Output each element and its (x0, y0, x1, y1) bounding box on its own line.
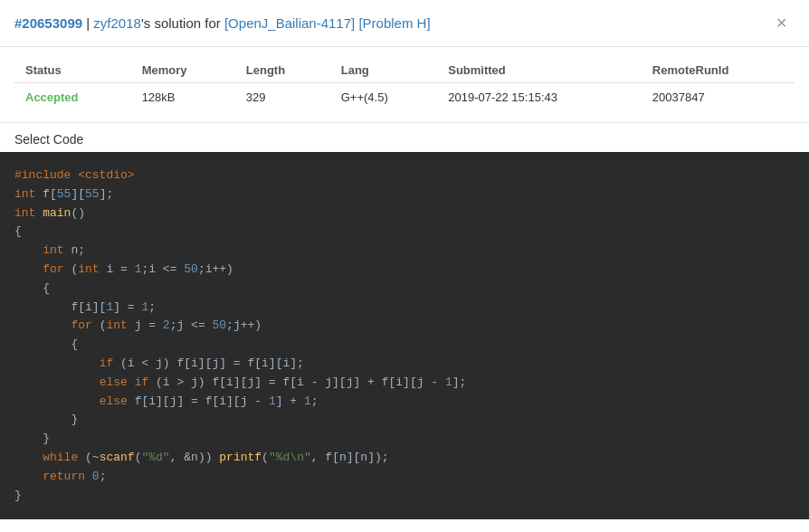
username[interactable]: zyf2018 (93, 15, 141, 31)
cell-memory: 128kB (131, 83, 235, 112)
cell-lang: G++(4.5) (330, 83, 438, 112)
connector: 's solution for (141, 15, 224, 31)
code-block: #include <cstdio> int f[55][55]; int mai… (0, 152, 809, 519)
select-code-label: Select Code (0, 123, 809, 152)
separator: | (82, 15, 93, 31)
table-row: Accepted 128kB 329 G++(4.5) 2019-07-22 1… (14, 83, 795, 112)
col-remote-run-id: RemoteRunId (642, 58, 795, 83)
header: #20653099 | zyf2018's solution for [Open… (0, 0, 809, 47)
submission-id[interactable]: #20653099 (14, 15, 82, 31)
header-title: #20653099 | zyf2018's solution for [Open… (14, 15, 431, 31)
close-button[interactable]: ✕ (768, 11, 795, 35)
col-status: Status (14, 58, 131, 83)
cell-submitted: 2019-07-22 15:15:43 (437, 83, 642, 112)
col-memory: Memory (131, 58, 235, 83)
col-length: Length (235, 58, 330, 83)
cell-status: Accepted (14, 83, 131, 112)
table-header-row: Status Memory Length Lang Submitted Remo… (14, 58, 795, 83)
col-lang: Lang (330, 58, 438, 83)
cell-length: 329 (235, 83, 330, 112)
cell-remote-run-id: 20037847 (642, 83, 795, 112)
col-submitted: Submitted (437, 58, 642, 83)
problem-link[interactable]: [OpenJ_Bailian-4117] [Problem H] (224, 15, 431, 31)
submission-table: Status Memory Length Lang Submitted Remo… (14, 58, 795, 111)
table-section: Status Memory Length Lang Submitted Remo… (0, 47, 809, 123)
